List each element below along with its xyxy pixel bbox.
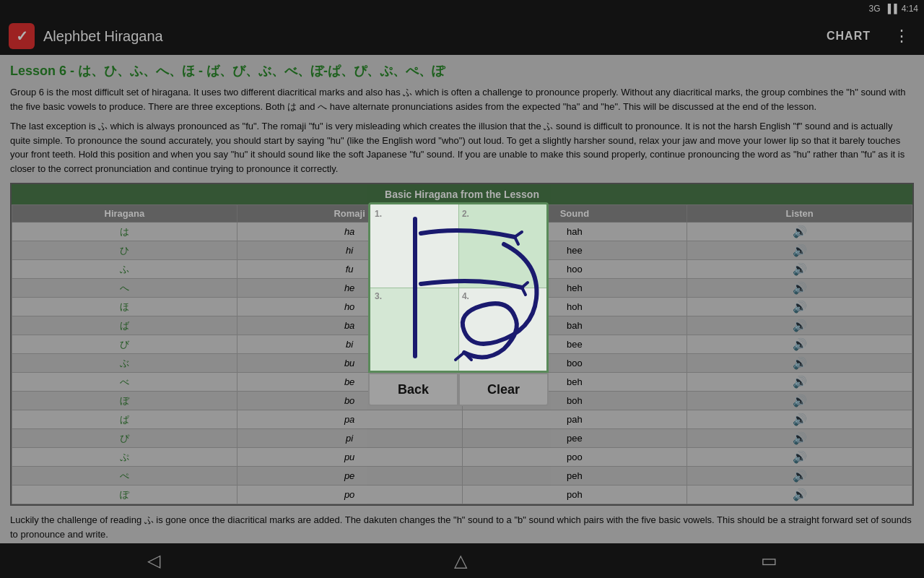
- drawing-canvas[interactable]: 1. 2. 3. 4.: [368, 202, 549, 373]
- drawing-buttons: Back Clear: [368, 373, 549, 406]
- clear-button[interactable]: Clear: [458, 373, 549, 406]
- character-svg: [370, 204, 549, 373]
- drawing-popup: 1. 2. 3. 4. Back Clear: [368, 202, 549, 406]
- back-button[interactable]: Back: [368, 373, 458, 406]
